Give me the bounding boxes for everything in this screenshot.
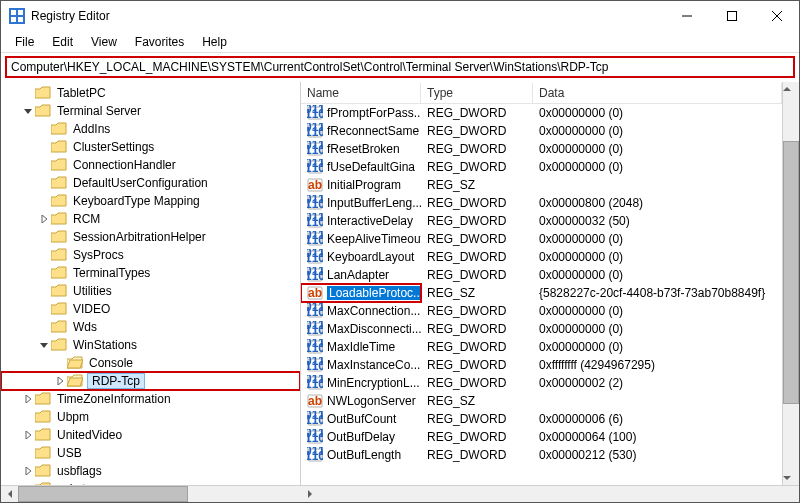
app-icon	[9, 8, 25, 24]
tree-node[interactable]: WinStations	[1, 336, 300, 354]
value-row[interactable]: 011110InputBufferLeng...REG_DWORD0x00000…	[301, 194, 782, 212]
column-type[interactable]: Type	[421, 83, 533, 103]
value-type: REG_DWORD	[421, 141, 533, 157]
string-value-icon: ab	[307, 393, 323, 409]
value-type: REG_DWORD	[421, 411, 533, 427]
value-row[interactable]: 011110MaxIdleTimeREG_DWORD0x00000000 (0)	[301, 338, 782, 356]
maximize-button[interactable]	[709, 1, 754, 31]
chevron-right-icon[interactable]	[21, 464, 35, 478]
tree-node[interactable]: Terminal Server	[1, 102, 300, 120]
tree-node[interactable]: ConnectionHandler	[1, 156, 300, 174]
tree-node[interactable]: TimeZoneInformation	[1, 390, 300, 408]
scroll-thumb-h[interactable]	[18, 486, 188, 502]
scroll-up-icon[interactable]	[783, 82, 799, 96]
tree-node-label: Ubpm	[55, 410, 91, 424]
tree-node[interactable]: VIDEO	[1, 300, 300, 318]
vertical-scrollbar[interactable]	[782, 82, 799, 485]
tree-node[interactable]: Ubpm	[1, 408, 300, 426]
tree-node[interactable]: USB	[1, 444, 300, 462]
values-pane[interactable]: Name Type Data 011110fPromptForPass...RE…	[301, 82, 782, 485]
value-name: KeyboardLayout	[327, 250, 414, 264]
value-row[interactable]: 011110fReconnectSameREG_DWORD0x00000000 …	[301, 122, 782, 140]
chevron-right-icon[interactable]	[37, 212, 51, 226]
binary-value-icon: 011110	[307, 123, 323, 139]
menu-file[interactable]: File	[7, 33, 42, 51]
tree-node[interactable]: ClusterSettings	[1, 138, 300, 156]
folder-icon	[35, 392, 51, 406]
expander-blank	[37, 302, 51, 316]
chevron-right-icon[interactable]	[21, 392, 35, 406]
menu-help[interactable]: Help	[194, 33, 235, 51]
value-type: REG_DWORD	[421, 195, 533, 211]
value-row[interactable]: 011110KeyboardLayoutREG_DWORD0x00000000 …	[301, 248, 782, 266]
folder-icon	[51, 158, 67, 172]
expander-blank	[37, 284, 51, 298]
close-button[interactable]	[754, 1, 799, 31]
tree-node[interactable]: KeyboardType Mapping	[1, 192, 300, 210]
value-row[interactable]: 011110fUseDefaultGinaREG_DWORD0x00000000…	[301, 158, 782, 176]
value-row[interactable]: 011110InteractiveDelayREG_DWORD0x0000003…	[301, 212, 782, 230]
value-row[interactable]: 011110KeepAliveTimeoutREG_DWORD0x0000000…	[301, 230, 782, 248]
value-type: REG_DWORD	[421, 339, 533, 355]
value-row[interactable]: abLoadableProtoc...REG_SZ{5828227c-20cf-…	[301, 284, 782, 302]
value-row[interactable]: 011110OutBufLengthREG_DWORD0x00000212 (5…	[301, 446, 782, 464]
address-bar[interactable]: Computer\HKEY_LOCAL_MACHINE\SYSTEM\Curre…	[5, 56, 795, 78]
tree-pane[interactable]: TabletPCTerminal ServerAddInsClusterSett…	[1, 82, 301, 485]
value-row[interactable]: 011110MinEncryptionL...REG_DWORD0x000000…	[301, 374, 782, 392]
tree-node[interactable]: RDP-Tcp	[1, 372, 300, 390]
value-data: 0x00000000 (0)	[533, 303, 782, 319]
tree-node-label: VIDEO	[71, 302, 112, 316]
tree-node-label: TabletPC	[55, 86, 108, 100]
value-row[interactable]: abNWLogonServerREG_SZ	[301, 392, 782, 410]
horizontal-scrollbar[interactable]	[1, 485, 799, 502]
value-row[interactable]: 011110MaxDisconnecti...REG_DWORD0x000000…	[301, 320, 782, 338]
value-name: fResetBroken	[327, 142, 400, 156]
value-name: NWLogonServer	[327, 394, 416, 408]
titlebar[interactable]: Registry Editor	[1, 1, 799, 31]
value-row[interactable]: 011110LanAdapterREG_DWORD0x00000000 (0)	[301, 266, 782, 284]
scroll-right-icon[interactable]	[301, 486, 318, 503]
value-name: MaxInstanceCo...	[327, 358, 420, 372]
tree-node[interactable]: Utilities	[1, 282, 300, 300]
minimize-button[interactable]	[664, 1, 709, 31]
tree-node[interactable]: AddIns	[1, 120, 300, 138]
value-row[interactable]: 011110OutBufDelayREG_DWORD0x00000064 (10…	[301, 428, 782, 446]
menu-favorites[interactable]: Favorites	[127, 33, 192, 51]
chevron-right-icon[interactable]	[53, 374, 67, 388]
value-type: REG_DWORD	[421, 267, 533, 283]
chevron-right-icon[interactable]	[21, 428, 35, 442]
menu-view[interactable]: View	[83, 33, 125, 51]
value-row[interactable]: 011110MaxConnection...REG_DWORD0x0000000…	[301, 302, 782, 320]
value-row[interactable]: 011110fPromptForPass...REG_DWORD0x000000…	[301, 104, 782, 122]
tree-node[interactable]: TabletPC	[1, 84, 300, 102]
tree-node[interactable]: RCM	[1, 210, 300, 228]
tree-node[interactable]: UnitedVideo	[1, 426, 300, 444]
tree-node[interactable]: SessionArbitrationHelper	[1, 228, 300, 246]
chevron-down-icon[interactable]	[37, 338, 51, 352]
column-name[interactable]: Name	[301, 83, 421, 103]
value-row[interactable]: 011110OutBufCountREG_DWORD0x00000006 (6)	[301, 410, 782, 428]
tree-node[interactable]: Wds	[1, 318, 300, 336]
tree-node[interactable]: TerminalTypes	[1, 264, 300, 282]
column-data[interactable]: Data	[533, 83, 782, 103]
scroll-down-icon[interactable]	[783, 471, 799, 485]
scroll-left-icon[interactable]	[1, 486, 18, 503]
svg-text:110: 110	[307, 233, 323, 247]
scroll-thumb[interactable]	[783, 141, 799, 404]
value-row[interactable]: 011110MaxInstanceCo...REG_DWORD0xfffffff…	[301, 356, 782, 374]
svg-text:110: 110	[307, 413, 323, 427]
chevron-down-icon[interactable]	[21, 104, 35, 118]
tree-node[interactable]: usbstor	[1, 480, 300, 485]
tree-node[interactable]: SysProcs	[1, 246, 300, 264]
menu-edit[interactable]: Edit	[44, 33, 81, 51]
tree-node[interactable]: DefaultUserConfiguration	[1, 174, 300, 192]
value-row[interactable]: abInitialProgramREG_SZ	[301, 176, 782, 194]
registry-editor-window: Registry Editor File Edit View Favorites…	[0, 0, 800, 503]
folder-icon	[67, 374, 83, 388]
tree-node[interactable]: Console	[1, 354, 300, 372]
value-row[interactable]: 011110fResetBrokenREG_DWORD0x00000000 (0…	[301, 140, 782, 158]
svg-text:110: 110	[307, 197, 323, 211]
svg-text:110: 110	[307, 305, 323, 319]
tree-node[interactable]: usbflags	[1, 462, 300, 480]
value-data: 0x00000000 (0)	[533, 105, 782, 121]
